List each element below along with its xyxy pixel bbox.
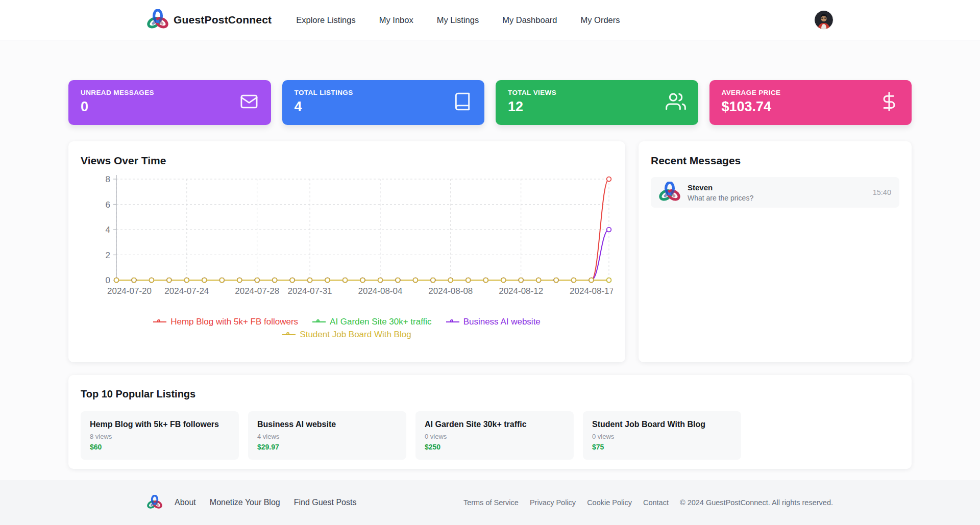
legend-label: Hemp Blog with 5k+ FB followers (170, 317, 298, 327)
listing-views: 8 views (90, 433, 230, 440)
footer-link-privacy[interactable]: Privacy Policy (530, 498, 576, 507)
top-listings-card: Top 10 Popular Listings Hemp Blog with 5… (68, 375, 912, 469)
nav-item-my-listings[interactable]: My Listings (437, 15, 479, 25)
message-sender: Steven (688, 183, 753, 192)
views-over-time-chart: 024682024-07-202024-07-242024-07-282024-… (81, 172, 613, 311)
listing-grid: Hemp Blog with 5k+ FB followers 8 views … (81, 411, 899, 460)
stat-label: UNREAD MESSAGES (81, 89, 259, 96)
legend-marker-icon (153, 319, 166, 324)
legend-marker-icon (282, 332, 296, 337)
listing-title: Business AI website (257, 420, 397, 429)
page-footer: About Monetize Your Blog Find Guest Post… (0, 480, 980, 525)
stat-value: 0 (81, 99, 259, 115)
guestpostconnect-logo-icon (147, 9, 168, 31)
sender-avatar (659, 182, 680, 203)
legend-label: Student Job Board With Blog (300, 330, 411, 340)
legend-marker-icon (446, 319, 459, 324)
footer-link-about[interactable]: About (175, 498, 196, 507)
footer-link-find-guest-posts[interactable]: Find Guest Posts (294, 498, 357, 507)
listing-title: Student Job Board With Blog (592, 420, 732, 429)
stat-value: $103.74 (722, 99, 900, 115)
message-time: 15:40 (873, 188, 891, 196)
listing-price: $29.97 (257, 443, 397, 451)
svg-text:2024-07-28: 2024-07-28 (235, 286, 279, 296)
listing-price: $250 (425, 443, 565, 451)
dashboard-main: UNREAD MESSAGES 0 TOTAL LISTINGS 4 TOTAL… (68, 40, 912, 469)
legend-item-hemp-blog[interactable]: Hemp Blog with 5k+ FB followers (153, 317, 298, 327)
stat-label: TOTAL LISTINGS (295, 89, 473, 96)
stat-value: 12 (508, 99, 686, 115)
svg-text:2024-08-12: 2024-08-12 (499, 286, 543, 296)
stat-label: TOTAL VIEWS (508, 89, 686, 96)
footer-legal: Terms of Service Privacy Policy Cookie P… (463, 498, 833, 507)
nav-item-my-dashboard[interactable]: My Dashboard (502, 15, 557, 25)
dollar-icon (879, 91, 899, 114)
main-nav: Explore Listings My Inbox My Listings My… (296, 15, 620, 25)
footer-link-monetize[interactable]: Monetize Your Blog (210, 498, 280, 507)
svg-text:6: 6 (106, 200, 110, 210)
listing-item[interactable]: Business AI website 4 views $29.97 (248, 411, 406, 460)
stat-card-total-views: TOTAL VIEWS 12 (496, 80, 698, 125)
svg-text:2024-07-24: 2024-07-24 (164, 286, 209, 296)
legend-item-business-ai[interactable]: Business AI website (446, 317, 541, 327)
listing-price: $75 (592, 443, 732, 451)
users-icon (666, 91, 686, 114)
chart-legend: Hemp Blog with 5k+ FB followers AI Garde… (81, 317, 613, 340)
message-preview: What are the prices? (688, 194, 753, 202)
top-listings-title: Top 10 Popular Listings (81, 388, 899, 400)
footer-link-terms[interactable]: Terms of Service (463, 498, 519, 507)
book-icon (453, 92, 472, 113)
stats-row: UNREAD MESSAGES 0 TOTAL LISTINGS 4 TOTAL… (68, 80, 912, 125)
legend-item-student-job-board[interactable]: Student Job Board With Blog (282, 330, 411, 340)
footer-link-cookie[interactable]: Cookie Policy (587, 498, 632, 507)
recent-messages-card: Recent Messages Steven What are the pric… (639, 141, 912, 362)
top-navbar: GuestPostConnect Explore Listings My Inb… (0, 0, 980, 40)
avatar-photo (815, 11, 833, 29)
footer-link-contact[interactable]: Contact (643, 498, 669, 507)
legend-label: AI Garden Site 30k+ traffic (330, 317, 432, 327)
user-avatar[interactable] (815, 11, 833, 29)
stat-value: 4 (295, 99, 473, 115)
recent-messages-title: Recent Messages (651, 155, 899, 167)
svg-text:4: 4 (106, 225, 110, 235)
svg-text:2: 2 (106, 251, 110, 260)
message-list-item[interactable]: Steven What are the prices? 15:40 (651, 177, 899, 208)
listing-title: Hemp Blog with 5k+ FB followers (90, 420, 230, 429)
mail-icon (239, 92, 259, 113)
listing-views: 4 views (257, 433, 397, 440)
views-over-time-card: Views Over Time 024682024-07-202024-07-2… (68, 141, 625, 362)
legend-marker-icon (312, 319, 326, 324)
copyright-text: © 2024 GuestPostConnect. All rights rese… (680, 498, 833, 507)
listing-price: $60 (90, 443, 230, 451)
brand-logo-link[interactable]: GuestPostConnect (147, 9, 272, 31)
listing-views: 0 views (425, 433, 565, 440)
footer-logo-icon (147, 495, 162, 510)
svg-text:0: 0 (106, 276, 110, 285)
listing-item[interactable]: Hemp Blog with 5k+ FB followers 8 views … (81, 411, 239, 460)
brand-title: GuestPostConnect (174, 14, 272, 26)
footer-links: About Monetize Your Blog Find Guest Post… (175, 498, 356, 507)
svg-text:2024-08-04: 2024-08-04 (358, 286, 402, 296)
nav-item-my-inbox[interactable]: My Inbox (379, 15, 413, 25)
svg-text:2024-08-08: 2024-08-08 (428, 286, 473, 296)
stat-card-average-price: AVERAGE PRICE $103.74 (709, 80, 912, 125)
listing-views: 0 views (592, 433, 732, 440)
svg-text:2024-07-20: 2024-07-20 (107, 286, 152, 296)
listing-item[interactable]: Student Job Board With Blog 0 views $75 (583, 411, 741, 460)
stat-card-total-listings: TOTAL LISTINGS 4 (282, 80, 485, 125)
nav-item-my-orders[interactable]: My Orders (581, 15, 620, 25)
svg-text:8: 8 (106, 174, 110, 184)
svg-text:2024-07-31: 2024-07-31 (288, 286, 332, 296)
stat-label: AVERAGE PRICE (722, 89, 900, 96)
nav-item-explore-listings[interactable]: Explore Listings (296, 15, 355, 25)
listing-title: AI Garden Site 30k+ traffic (425, 420, 565, 429)
legend-item-ai-garden[interactable]: AI Garden Site 30k+ traffic (312, 317, 432, 327)
svg-text:2024-08-17: 2024-08-17 (570, 286, 613, 296)
chart-title: Views Over Time (81, 155, 613, 167)
stat-card-unread-messages: UNREAD MESSAGES 0 (68, 80, 271, 125)
legend-label: Business AI website (463, 317, 541, 327)
listing-item[interactable]: AI Garden Site 30k+ traffic 0 views $250 (415, 411, 574, 460)
